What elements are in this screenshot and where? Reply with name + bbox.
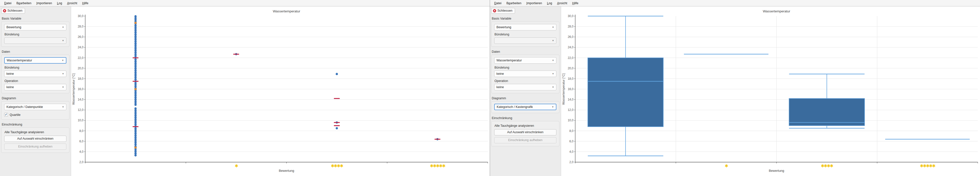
daten-section-label: Daten [2,50,69,54]
daten-buendelung-value: keine [6,72,14,76]
svg-text:Wassertemperatur: Wassertemperatur [273,10,300,13]
menu-log[interactable]: Log [545,1,554,6]
operation-value: keine [6,86,14,89]
operation-select[interactable]: keine ▼ [4,84,67,90]
diagramm-select[interactable]: Kategorisch / Kastengrafik ▼ [494,104,557,110]
quartile-checkbox[interactable]: ✓ [4,113,8,117]
operation-value: keine [496,86,504,89]
svg-text:10,0: 10,0 [568,119,574,122]
chevron-down-icon: ▼ [62,106,64,108]
svg-text:✱✱✱✱: ✱✱✱✱ [821,163,834,168]
menu-hilfe[interactable]: Hilfe [570,1,581,6]
diagramm-section-label: Diagramm [2,97,69,100]
menu-bar: Datei Bearbeiten Importieren Log Ansicht… [490,0,980,6]
restrict-to-selection-button[interactable]: Auf Auswahl einschränken [494,129,557,135]
svg-text:8,0: 8,0 [79,129,83,133]
operation-label: Operation [5,79,67,82]
svg-text:12,0: 12,0 [568,108,574,112]
svg-text:6,0: 6,0 [569,140,573,143]
close-icon: ✕ [3,9,6,13]
einschraenkung-section-label: Einschränkung [492,116,559,120]
chevron-down-icon: ▼ [552,73,554,75]
restrict-to-selection-button[interactable]: Auf Auswahl einschränken [4,136,67,142]
svg-text:2,0: 2,0 [79,160,83,164]
basis-variable-section-label: Basis Variable [492,17,559,20]
svg-text:28,0: 28,0 [78,25,84,28]
daten-variable-value: Wassertemperatur [496,59,522,62]
menu-log[interactable]: Log [55,1,64,6]
daten-variable-select[interactable]: Wassertemperatur ▼ [4,57,67,63]
close-button[interactable]: ✕ Schliessen [1,8,25,14]
svg-text:2,0: 2,0 [569,160,573,164]
basis-buendelung-label: Bündelung [5,33,67,36]
chevron-down-icon: ▼ [62,73,64,75]
svg-text:16,0: 16,0 [78,87,84,91]
basis-buendelung-select[interactable]: ▼ [494,37,557,44]
chevron-down-icon: ▼ [62,40,64,42]
basis-variable-select[interactable]: Bewertung ▼ [4,24,67,30]
stats-sidebar: ✕ Schliessen Basis Variable Bewertung ▼ … [0,6,71,176]
svg-text:6,0: 6,0 [79,140,83,143]
daten-buendelung-select[interactable]: keine ▼ [4,71,67,77]
boxplot-chart[interactable]: 30,028,026,024,022,020,018,016,014,012,0… [561,6,980,176]
daten-variable-select[interactable]: Wassertemperatur ▼ [494,57,557,63]
basis-buendelung-select[interactable]: ▼ [4,37,67,44]
svg-text:26,0: 26,0 [568,35,574,39]
menu-bar: Datei Bearbeiten Importieren Log Ansicht… [0,0,490,6]
basis-buendelung-label: Bündelung [495,33,557,36]
menu-importieren[interactable]: Importieren [34,1,54,6]
operation-select[interactable]: keine ▼ [494,84,557,90]
clear-restriction-button[interactable]: Einschränkung aufheben [4,144,67,150]
daten-buendelung-value: keine [496,72,504,76]
einschraenkung-group: Alle Tauchgänge analysieren Auf Auswahl … [491,121,559,146]
close-button[interactable]: ✕ Schliessen [491,8,515,14]
chevron-down-icon: ▼ [552,59,554,62]
svg-text:Wassertemperatur [°C]: Wassertemperatur [°C] [562,73,565,105]
svg-text:✱: ✱ [725,163,728,168]
quartile-checkbox-label: Quartile [10,113,21,117]
scatter-chart-pane: 30,028,026,024,022,020,018,016,014,012,0… [71,6,490,176]
svg-text:✱: ✱ [235,163,238,168]
diagramm-value: Kategorisch / Kastengrafik [497,105,533,109]
menu-bearbeiten[interactable]: Bearbeiten [504,1,523,6]
einschraenkung-group: Alle Tauchgänge analysieren Auf Auswahl … [1,127,69,153]
svg-text:18,0: 18,0 [78,77,84,81]
diagramm-group: Kategorisch / Datenpunkte ▼ ✓ Quartile [1,101,69,120]
svg-text:22,0: 22,0 [78,56,84,60]
svg-text:✱✱✱✱: ✱✱✱✱ [331,163,344,168]
window-datapoints: Datei Bearbeiten Importieren Log Ansicht… [0,0,490,176]
basis-variable-group: Bewertung ▼ Bündelung ▼ [491,22,559,47]
chevron-down-icon: ▼ [552,26,554,29]
svg-text:30,0: 30,0 [568,14,574,18]
daten-buendelung-select[interactable]: keine ▼ [494,71,557,77]
svg-text:20,0: 20,0 [78,67,84,70]
daten-group: Wassertemperatur ▼ Bündelung keine ▼ Ope… [491,55,559,94]
menu-datei[interactable]: Datei [2,1,14,6]
chevron-down-icon: ▼ [62,59,64,62]
menu-hilfe[interactable]: Hilfe [80,1,91,6]
svg-text:24,0: 24,0 [568,46,574,49]
diagramm-section-label: Diagramm [492,97,559,100]
menu-bearbeiten[interactable]: Bearbeiten [14,1,33,6]
basis-variable-section-label: Basis Variable [2,17,69,20]
menu-importieren[interactable]: Importieren [524,1,544,6]
clear-restriction-button[interactable]: Einschränkung aufheben [494,137,557,143]
scatter-chart[interactable]: 30,028,026,024,022,020,018,016,014,012,0… [71,6,490,176]
stats-sidebar: ✕ Schliessen Basis Variable Bewertung ▼ … [490,6,561,176]
dual-window-app: Datei Bearbeiten Importieren Log Ansicht… [0,0,980,176]
menu-datei[interactable]: Datei [492,1,504,6]
diagramm-select[interactable]: Kategorisch / Datenpunkte ▼ [4,104,67,110]
menu-ansicht[interactable]: Ansicht [65,1,80,6]
svg-text:30,0: 30,0 [78,14,84,18]
svg-text:Wassertemperatur: Wassertemperatur [763,10,790,13]
svg-text:4,0: 4,0 [79,150,83,154]
operation-label: Operation [495,79,557,82]
basis-variable-value: Bewertung [496,25,511,29]
basis-variable-select[interactable]: Bewertung ▼ [494,24,557,30]
chevron-down-icon: ▼ [552,86,554,88]
restriction-status-text: Alle Tauchgänge analysieren [495,124,557,127]
svg-text:18,0: 18,0 [568,77,574,81]
menu-ansicht[interactable]: Ansicht [555,1,570,6]
basis-variable-group: Bewertung ▼ Bündelung ▼ [1,22,69,47]
close-button-label: Schliessen [8,9,22,13]
